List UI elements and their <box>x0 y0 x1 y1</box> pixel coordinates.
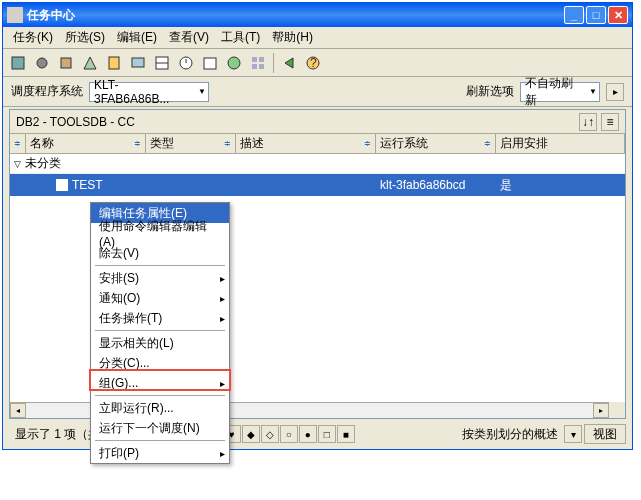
status-icon-7[interactable]: ○ <box>280 425 298 443</box>
col-system[interactable]: 运行系统≑ <box>376 134 496 153</box>
tool-btn-4[interactable] <box>79 52 101 74</box>
tool-btn-5[interactable] <box>103 52 125 74</box>
book-icon <box>106 55 122 71</box>
svg-rect-0 <box>12 57 24 69</box>
status-icon-8[interactable]: ● <box>299 425 317 443</box>
svg-marker-3 <box>84 57 96 69</box>
context-separator <box>95 330 225 331</box>
status-icon-6[interactable]: ◇ <box>261 425 279 443</box>
menubar: 任务(K) 所选(S) 编辑(E) 查看(V) 工具(T) 帮助(H) <box>3 27 632 49</box>
context-item-1[interactable]: 使用命令编辑器编辑(A) <box>91 223 229 243</box>
toolbar-separator <box>273 53 274 73</box>
group-label: 未分类 <box>25 155 61 172</box>
context-menu: 编辑任务属性(E)使用命令编辑器编辑(A)除去(V)安排(S)通知(O)任务操作… <box>90 202 230 464</box>
svg-point-11 <box>228 57 240 69</box>
status-group-btn[interactable]: ▾ <box>564 425 582 443</box>
col-enabled[interactable]: 启用安排 <box>496 134 625 153</box>
maximize-button[interactable]: □ <box>586 6 606 24</box>
menu-selected[interactable]: 所选(S) <box>59 27 111 48</box>
tool-btn-3[interactable] <box>55 52 77 74</box>
sort-button[interactable]: ↓↑ <box>579 113 597 131</box>
status-icon-10[interactable]: ■ <box>337 425 355 443</box>
context-item-13[interactable]: 运行下一个调度(N) <box>91 418 229 438</box>
svg-rect-13 <box>259 57 264 62</box>
tool-btn-2[interactable] <box>31 52 53 74</box>
context-item-6[interactable]: 任务操作(T) <box>91 308 229 328</box>
refresh-dropdown[interactable]: 不自动刷新 <box>520 82 600 102</box>
monitor-icon <box>130 55 146 71</box>
calendar-icon <box>202 55 218 71</box>
tool-btn-6[interactable] <box>127 52 149 74</box>
col-name[interactable]: 名称≑ <box>26 134 146 153</box>
svg-rect-10 <box>204 58 216 69</box>
svg-rect-2 <box>61 58 71 68</box>
cube-icon <box>58 55 74 71</box>
tool-btn-back[interactable] <box>278 52 300 74</box>
svg-point-1 <box>37 58 47 68</box>
window-title: 任务中心 <box>27 7 564 24</box>
app-icon <box>7 7 23 23</box>
tool-btn-10[interactable] <box>223 52 245 74</box>
titlebar[interactable]: 任务中心 _ □ ✕ <box>3 3 632 27</box>
tool-btn-7[interactable] <box>151 52 173 74</box>
context-item-5[interactable]: 通知(O) <box>91 288 229 308</box>
context-separator <box>95 265 225 266</box>
menu-tasks[interactable]: 任务(K) <box>7 27 59 48</box>
row-name: TEST <box>72 178 103 192</box>
db-icon <box>10 55 26 71</box>
path-row: DB2 - TOOLSDB - CC ↓↑ ≡ <box>10 110 625 134</box>
back-icon <box>281 55 297 71</box>
scroll-corner <box>609 402 625 418</box>
svg-rect-4 <box>109 57 119 69</box>
tool-btn-11[interactable] <box>247 52 269 74</box>
tool-btn-help[interactable]: ? <box>302 52 324 74</box>
col-desc[interactable]: 描述≑ <box>236 134 376 153</box>
table-icon <box>154 55 170 71</box>
view-button[interactable]: 视图 <box>584 424 626 444</box>
table-row[interactable]: TEST klt-3fab6a86bcd 是 <box>10 174 625 196</box>
context-item-9[interactable]: 分类(C)... <box>91 353 229 373</box>
svg-rect-14 <box>252 64 257 69</box>
status-icon-9[interactable]: □ <box>318 425 336 443</box>
context-item-12[interactable]: 立即运行(R)... <box>91 398 229 418</box>
menu-help[interactable]: 帮助(H) <box>266 27 319 48</box>
menu-view[interactable]: 查看(V) <box>163 27 215 48</box>
collapse-icon: ▽ <box>14 159 21 169</box>
scroll-right-button[interactable]: ▸ <box>593 403 609 418</box>
svg-rect-15 <box>259 64 264 69</box>
tool-btn-8[interactable] <box>175 52 197 74</box>
menu-edit[interactable]: 编辑(E) <box>111 27 163 48</box>
refresh-settings-button[interactable]: ▸ <box>606 83 624 101</box>
context-separator <box>95 440 225 441</box>
close-button[interactable]: ✕ <box>608 6 628 24</box>
wizard-icon <box>82 55 98 71</box>
tool-btn-1[interactable] <box>7 52 29 74</box>
svg-marker-16 <box>285 58 293 68</box>
context-item-8[interactable]: 显示相关的(L) <box>91 333 229 353</box>
svg-text:?: ? <box>310 56 317 70</box>
group-row[interactable]: ▽ 未分类 <box>10 154 625 174</box>
minimize-button[interactable]: _ <box>564 6 584 24</box>
context-item-2[interactable]: 除去(V) <box>91 243 229 263</box>
status-group-label: 按类别划分的概述 <box>458 426 562 443</box>
scheduler-label: 调度程序系统 <box>11 83 83 100</box>
filter-button[interactable]: ≡ <box>601 113 619 131</box>
menu-tools[interactable]: 工具(T) <box>215 27 266 48</box>
clock-icon <box>178 55 194 71</box>
row-enabled: 是 <box>496 177 625 194</box>
svg-rect-5 <box>132 58 144 67</box>
scheduler-dropdown[interactable]: KLT-3FAB6A86B... <box>89 82 209 102</box>
breadcrumb: DB2 - TOOLSDB - CC <box>16 115 579 129</box>
col-expand[interactable]: ≑ <box>10 134 26 153</box>
grid-icon <box>250 55 266 71</box>
scroll-left-button[interactable]: ◂ <box>10 403 26 418</box>
status-icon-5[interactable]: ◆ <box>242 425 260 443</box>
row-system: klt-3fab6a86bcd <box>376 178 496 192</box>
context-item-4[interactable]: 安排(S) <box>91 268 229 288</box>
tool-btn-9[interactable] <box>199 52 221 74</box>
context-item-15[interactable]: 打印(P) <box>91 443 229 463</box>
context-item-10[interactable]: 组(G)... <box>91 373 229 393</box>
config-row: 调度程序系统 KLT-3FAB6A86B... 刷新选项 不自动刷新 ▸ <box>3 77 632 107</box>
table-header: ≑ 名称≑ 类型≑ 描述≑ 运行系统≑ 启用安排 <box>10 134 625 154</box>
col-type[interactable]: 类型≑ <box>146 134 236 153</box>
